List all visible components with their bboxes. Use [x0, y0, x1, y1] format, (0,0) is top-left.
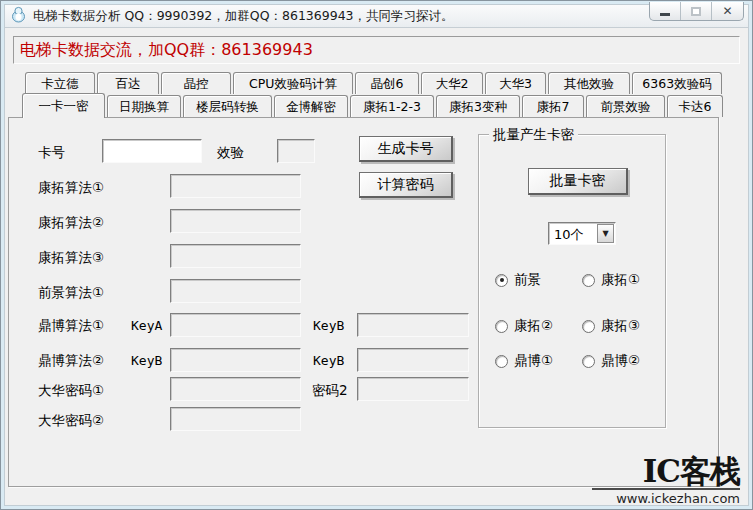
radio-label: 鼎博①	[514, 352, 553, 370]
radio-dingbo2[interactable]: 鼎博②	[582, 352, 640, 370]
kangtuo2-output[interactable]	[170, 209, 301, 233]
tab-dahua2[interactable]: 大华2	[421, 72, 483, 94]
radio-kangtuo3[interactable]: 康拓③	[582, 317, 640, 335]
app-icon	[10, 6, 27, 27]
tab-cpu-checksum[interactable]: CPU效验码计算	[233, 72, 353, 94]
tab-qianjing-check[interactable]: 前景效验	[586, 95, 665, 117]
tab-jingkong[interactable]: 晶控	[161, 72, 231, 94]
card-number-input[interactable]	[102, 139, 202, 163]
tab-jinbo-decrypt[interactable]: 金博解密	[274, 95, 348, 117]
dahua2-output[interactable]	[170, 407, 301, 431]
dahua1-password2-output[interactable]	[357, 377, 469, 401]
tab-kangtuo-123[interactable]: 康拓1-2-3	[350, 95, 434, 117]
radio-label: 前景	[514, 271, 541, 289]
tab-dahua3[interactable]: 大华3	[485, 72, 546, 94]
dingbo1-keyb-output[interactable]	[357, 313, 469, 337]
count-select[interactable]: 10个 ▼	[548, 222, 616, 245]
radio-button	[495, 320, 508, 333]
dahua2-label: 大华密码②	[38, 412, 104, 430]
maximize-icon	[691, 7, 701, 16]
kangtuo3-output[interactable]	[170, 244, 301, 268]
kangtuo1-label: 康拓算法①	[38, 179, 104, 197]
chevron-down-icon[interactable]: ▼	[597, 224, 614, 243]
count-select-value: 10个	[554, 226, 584, 244]
tab-kangtuo7[interactable]: 康拓7	[522, 95, 584, 117]
checksum-label: 效验	[217, 144, 244, 162]
dingbo2-keyb1-output[interactable]	[170, 348, 301, 372]
radio-dingbo1[interactable]: 鼎博①	[495, 352, 553, 370]
minimize-icon	[660, 13, 670, 16]
calculate-password-button[interactable]: 计算密码	[359, 172, 453, 198]
tab-jingchuang6[interactable]: 晶创6	[355, 72, 419, 94]
radio-button	[582, 320, 595, 333]
batch-panel-title: 批量产生卡密	[489, 126, 578, 144]
batch-panel: 批量产生卡密 批量卡密 10个 ▼ 前景 康拓① 康拓② 康拓③ 鼎博① 鼎博②	[478, 134, 666, 428]
site-url: www.ickezhan.com	[592, 488, 740, 506]
tab-date-convert[interactable]: 日期换算	[107, 95, 181, 117]
tab-row-1: 卡立德 百达 晶控 CPU效验码计算 晶创6 大华2 大华3 其他效验 6363…	[25, 72, 722, 94]
maximize-button[interactable]	[681, 2, 712, 20]
dingbo1-keyb-label: KeyB	[313, 318, 344, 333]
batch-generate-button[interactable]: 批量卡密	[528, 168, 628, 195]
radio-button	[495, 355, 508, 368]
qianjing1-output[interactable]	[170, 279, 301, 303]
radio-button	[582, 274, 595, 287]
radio-label: 康拓②	[514, 317, 553, 335]
radio-kangtuo1[interactable]: 康拓①	[582, 271, 640, 289]
window-controls: ✕	[649, 2, 744, 21]
radio-button	[582, 355, 595, 368]
radio-label: 康拓①	[601, 271, 640, 289]
dingbo1-keya-output[interactable]	[170, 313, 301, 337]
minimize-button[interactable]	[650, 2, 681, 20]
close-button[interactable]: ✕	[712, 2, 743, 20]
kangtuo1-output[interactable]	[170, 174, 301, 198]
banner-text: 电梯卡数据交流，加QQ群：861369943	[13, 36, 740, 64]
radio-button	[495, 274, 508, 287]
tab-one-card-one-password[interactable]: 一卡一密	[22, 93, 105, 118]
radio-label: 康拓③	[601, 317, 640, 335]
dahua1-output[interactable]	[170, 377, 301, 401]
dahua1-password2-label: 密码2	[312, 382, 348, 400]
dingbo2-keyb2-label: KeyB	[313, 353, 344, 368]
radio-label: 鼎博②	[601, 352, 640, 370]
card-number-label: 卡号	[38, 144, 65, 162]
tab-kangtuo3-variant[interactable]: 康拓3变种	[436, 95, 520, 117]
site-logo: IC客栈	[592, 455, 740, 487]
close-icon: ✕	[722, 4, 732, 18]
dingbo1-keya-label: KeyA	[131, 318, 162, 333]
tab-kalide[interactable]: 卡立德	[25, 72, 95, 94]
radio-kangtuo2[interactable]: 康拓②	[495, 317, 553, 335]
kangtuo3-label: 康拓算法③	[38, 249, 104, 267]
tab-kada6[interactable]: 卡达6	[667, 95, 723, 117]
tab-floorcode[interactable]: 楼层码转换	[183, 95, 272, 117]
dingbo1-label: 鼎博算法①	[38, 317, 104, 335]
kangtuo2-label: 康拓算法②	[38, 214, 104, 232]
dingbo2-keyb1-label: KeyB	[131, 353, 162, 368]
radio-qianjing[interactable]: 前景	[495, 271, 541, 289]
titlebar: 电梯卡数据分析 QQ：9990392，加群QQ：861369943，共同学习探讨…	[1, 1, 752, 28]
tab-row-2: 一卡一密 日期换算 楼层码转换 金博解密 康拓1-2-3 康拓3变种 康拓7 前…	[22, 95, 723, 118]
tab-baida[interactable]: 百达	[97, 72, 159, 94]
tab-6363-checksum[interactable]: 6363效验码	[632, 72, 722, 94]
tab-other-check[interactable]: 其他效验	[548, 72, 630, 94]
dahua1-label: 大华密码①	[38, 382, 104, 400]
generate-card-button[interactable]: 生成卡号	[359, 136, 453, 162]
window-title: 电梯卡数据分析 QQ：9990392，加群QQ：861369943，共同学习探讨…	[33, 8, 454, 25]
watermark: IC客栈 www.ickezhan.com	[592, 455, 740, 506]
dingbo2-keyb2-output[interactable]	[357, 348, 469, 372]
checksum-input[interactable]	[277, 139, 315, 163]
qianjing1-label: 前景算法①	[38, 284, 104, 302]
dingbo2-label: 鼎博算法②	[38, 352, 104, 370]
